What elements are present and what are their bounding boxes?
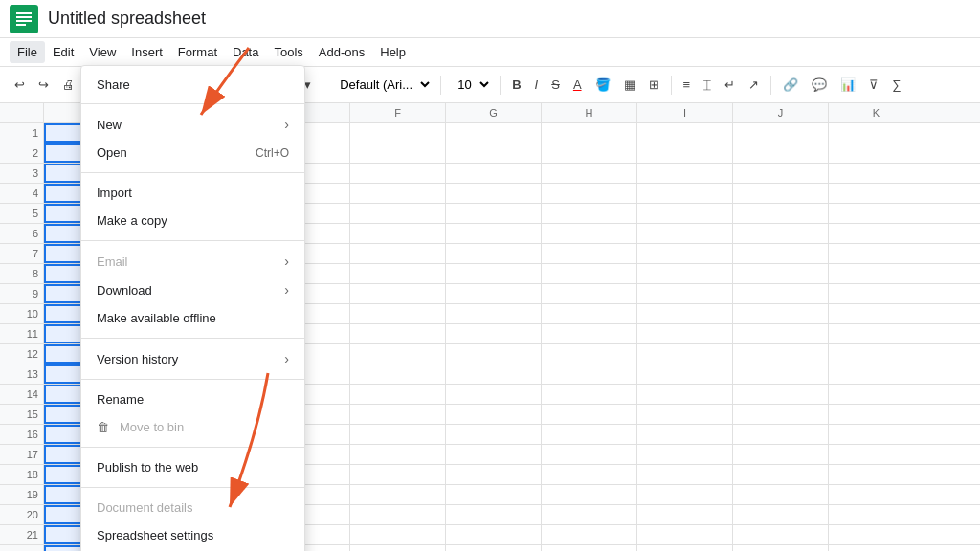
- print-button[interactable]: 🖨: [57, 75, 79, 95]
- halign-button[interactable]: ≡: [679, 75, 696, 95]
- row-8: 8: [0, 264, 43, 284]
- filter-button[interactable]: ⊽: [864, 75, 883, 95]
- menu-option-move-bin[interactable]: 🗑 Move to bin: [81, 413, 304, 441]
- row-19: 19: [0, 485, 43, 505]
- strikethrough-button[interactable]: S: [546, 75, 565, 95]
- offline-label: Make available offline: [97, 311, 216, 325]
- new-label: New: [97, 118, 122, 132]
- borders-button[interactable]: ▦: [619, 75, 640, 95]
- bold-button[interactable]: B: [507, 75, 525, 95]
- font-size-select[interactable]: 10: [448, 74, 493, 96]
- undo-button[interactable]: ↩: [10, 75, 30, 95]
- menu-bar: File Edit View Insert Format Data Tools …: [0, 38, 980, 67]
- row-numbers: 1 2 3 4 5 6 7 8 9 10 11 12 13 14 15 16 1…: [0, 103, 44, 551]
- row-3: 3: [0, 164, 43, 184]
- row-22: 22: [0, 545, 43, 551]
- row-11: 11: [0, 324, 43, 344]
- menu-insert[interactable]: Insert: [123, 41, 170, 63]
- menu-option-offline[interactable]: Make available offline: [81, 304, 304, 332]
- menu-option-open[interactable]: Open Ctrl+O: [81, 139, 304, 166]
- toolbar-sep-5: [500, 76, 501, 95]
- cell-k1[interactable]: [829, 123, 924, 143]
- menu-view[interactable]: View: [81, 41, 123, 63]
- menu-option-publish[interactable]: Publish to the web: [81, 453, 304, 481]
- font-select[interactable]: Default (Ari...: [330, 74, 434, 96]
- row-10: 10: [0, 304, 43, 324]
- row-15: 15: [0, 405, 43, 425]
- row-5: 5: [0, 204, 43, 224]
- import-label: Import: [97, 186, 132, 200]
- row-13: 13: [0, 364, 43, 385]
- chart-button[interactable]: 📊: [835, 75, 860, 95]
- row-7: 7: [0, 244, 43, 264]
- rotate-button[interactable]: ↗: [744, 75, 764, 95]
- share-label: Share: [97, 77, 130, 92]
- link-button[interactable]: 🔗: [778, 75, 803, 95]
- row-17: 17: [0, 445, 43, 465]
- menu-option-ss-settings[interactable]: Spreadsheet settings: [81, 521, 304, 549]
- col-header-j: J: [733, 103, 829, 122]
- svg-rect-1: [16, 12, 32, 14]
- menu-option-download[interactable]: Download ›: [81, 276, 304, 304]
- move-bin-label: Move to bin: [120, 420, 184, 434]
- menu-edit[interactable]: Edit: [45, 41, 81, 63]
- function-button[interactable]: ∑: [887, 75, 905, 95]
- toolbar-sep-3: [323, 76, 323, 95]
- col-header-h: H: [542, 103, 637, 122]
- menu-option-import[interactable]: Import: [81, 179, 304, 207]
- menu-option-make-copy[interactable]: Make a copy: [81, 207, 304, 234]
- menu-help[interactable]: Help: [372, 41, 413, 63]
- italic-button[interactable]: I: [530, 75, 544, 95]
- title-bar: Untitled spreadsheet: [0, 0, 980, 38]
- comment-button[interactable]: 💬: [807, 75, 832, 95]
- menu-file[interactable]: File: [10, 41, 45, 63]
- download-label: Download: [97, 283, 152, 298]
- merge-button[interactable]: ⊞: [644, 75, 664, 95]
- row-6: 6: [0, 224, 43, 244]
- doc-details-label: Document details: [97, 500, 192, 515]
- cell-j1[interactable]: [733, 123, 829, 143]
- menu-option-doc-details[interactable]: Document details: [81, 494, 304, 521]
- menu-divider-5: [81, 379, 304, 380]
- menu-data[interactable]: Data: [225, 41, 266, 63]
- menu-option-email[interactable]: Email ›: [81, 247, 304, 276]
- font-color-button[interactable]: A: [568, 75, 587, 95]
- menu-option-rename[interactable]: Rename: [81, 386, 304, 413]
- open-label: Open: [97, 145, 127, 160]
- cell-f1[interactable]: [350, 123, 446, 143]
- menu-option-new[interactable]: New ›: [81, 110, 304, 139]
- version-history-arrow-icon: ›: [284, 351, 289, 366]
- toolbar-sep-6: [671, 76, 672, 95]
- menu-divider: [81, 103, 304, 104]
- row-18: 18: [0, 465, 43, 485]
- menu-format[interactable]: Format: [170, 41, 225, 63]
- col-header-k: K: [829, 103, 924, 122]
- svg-rect-3: [16, 20, 32, 22]
- email-arrow-icon: ›: [284, 253, 289, 269]
- menu-tools[interactable]: Tools: [266, 41, 310, 63]
- email-label: Email: [97, 254, 128, 269]
- share-header: Share: [81, 72, 304, 98]
- document-title: Untitled spreadsheet: [48, 9, 206, 29]
- cell-g1[interactable]: [446, 123, 542, 143]
- cell-i1[interactable]: [637, 123, 733, 143]
- menu-divider-4: [81, 338, 304, 339]
- cell-h1[interactable]: [542, 123, 637, 143]
- wrap-button[interactable]: ↵: [720, 75, 740, 95]
- ss-settings-label: Spreadsheet settings: [97, 528, 213, 542]
- valign-button[interactable]: ⌶: [699, 75, 716, 95]
- menu-addons[interactable]: Add-ons: [311, 41, 372, 63]
- row-21: 21: [0, 525, 43, 545]
- bin-icon: 🗑: [97, 420, 116, 434]
- row-12: 12: [0, 344, 43, 364]
- sheets-logo: [10, 5, 38, 33]
- menu-divider-7: [81, 487, 304, 488]
- col-header-f: F: [350, 103, 446, 122]
- row-14: 14: [0, 385, 43, 405]
- redo-button[interactable]: ↪: [33, 75, 54, 95]
- menu-divider-6: [81, 447, 304, 448]
- menu-option-version-history[interactable]: Version history ›: [81, 344, 304, 373]
- arrow-icon: ›: [284, 117, 289, 132]
- row-20: 20: [0, 505, 43, 525]
- fill-color-button[interactable]: 🪣: [590, 75, 615, 95]
